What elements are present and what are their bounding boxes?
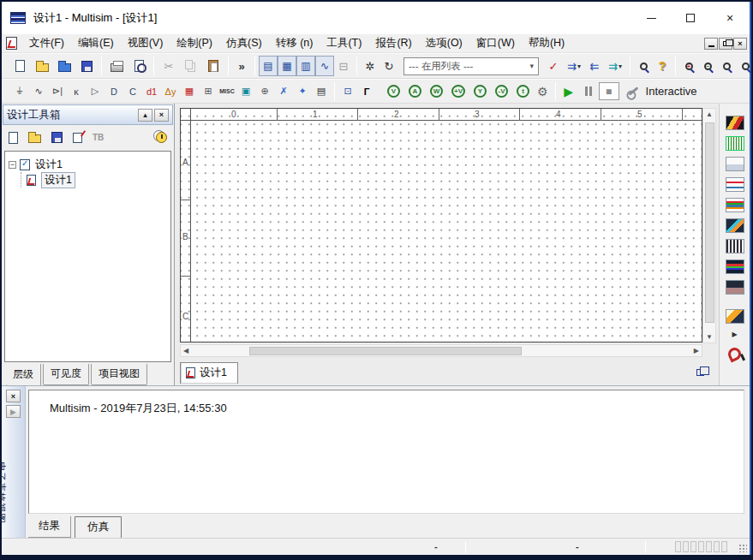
design-checkbox-icon[interactable]: ✓ bbox=[20, 159, 30, 170]
cmos-group-icon[interactable]: C bbox=[123, 83, 142, 100]
tab-simulation[interactable]: 仿真 bbox=[75, 516, 122, 539]
zoom-out-button[interactable]: − bbox=[698, 56, 717, 76]
tb-disabled-button[interactable]: TB bbox=[93, 133, 104, 142]
in-use-list-dropdown[interactable]: --- 在用列表 --- ▾ bbox=[403, 57, 539, 75]
new-button[interactable] bbox=[9, 56, 31, 76]
erc-check-button[interactable]: ✓ bbox=[544, 56, 563, 76]
tree-child-row[interactable]: 设计1 bbox=[21, 172, 167, 188]
paste-button[interactable] bbox=[202, 56, 224, 76]
find-button[interactable] bbox=[634, 56, 653, 76]
place-hierarchical-block-button[interactable]: ⊡ bbox=[338, 83, 357, 100]
current-probe-icon[interactable]: A bbox=[409, 85, 421, 98]
panel-collapse-button[interactable]: ▴ bbox=[138, 109, 152, 122]
toolbar-overflow-button[interactable]: » bbox=[232, 56, 251, 76]
menu-tools[interactable]: 工具(T) bbox=[320, 34, 368, 52]
diode-group-icon[interactable]: ⊳| bbox=[48, 83, 67, 100]
copy-button[interactable] bbox=[180, 56, 202, 76]
resize-grip[interactable] bbox=[738, 544, 747, 552]
menu-reports[interactable]: 报告(R) bbox=[368, 34, 418, 52]
bode-plotter-icon[interactable] bbox=[726, 218, 744, 233]
word-generator-icon[interactable] bbox=[726, 239, 744, 253]
tree-root-row[interactable]: − ✓ 设计1 bbox=[9, 157, 167, 172]
logic-converter-icon[interactable] bbox=[726, 280, 744, 295]
schematic-viewport[interactable]: 012345 ABC ▲ ▼ ◀ ▶ bbox=[175, 104, 719, 360]
menu-simulate[interactable]: 仿真(S) bbox=[219, 34, 269, 52]
advanced-peripherals-group-icon[interactable]: ▣ bbox=[236, 83, 255, 100]
toggle-spice-netlist-button[interactable]: ▥ bbox=[296, 56, 315, 76]
vertical-scroll-thumb[interactable] bbox=[705, 122, 714, 323]
print-preview-button[interactable] bbox=[128, 56, 150, 76]
close-button[interactable]: × bbox=[710, 2, 750, 34]
basic-group-icon[interactable]: ∿ bbox=[29, 83, 48, 100]
new-schematic-button[interactable] bbox=[9, 132, 18, 144]
help-button[interactable]: ? bbox=[653, 56, 672, 76]
print-button[interactable] bbox=[105, 56, 128, 76]
function-generator-icon[interactable] bbox=[726, 136, 744, 151]
tab-results[interactable]: 结果 bbox=[28, 516, 71, 538]
digital-group-icon[interactable]: d1 bbox=[142, 83, 161, 100]
scroll-up-icon[interactable]: ▲ bbox=[703, 110, 715, 118]
vertical-scrollbar[interactable]: ▲ ▼ bbox=[702, 108, 716, 343]
database-manager-button[interactable]: ↻ bbox=[379, 56, 398, 76]
spreadsheet-close-button[interactable]: × bbox=[6, 390, 21, 402]
tree-child-label[interactable]: 设计1 bbox=[41, 172, 75, 188]
probe-settings-button[interactable]: ⚙ bbox=[537, 85, 548, 98]
menu-transfer[interactable]: 转移 (n) bbox=[269, 34, 320, 52]
electromechanical-group-icon[interactable]: ✗ bbox=[274, 83, 293, 100]
schematic-sheet[interactable]: 012345 ABC bbox=[180, 108, 702, 343]
transistor-group-icon[interactable]: ĸ bbox=[67, 83, 86, 100]
snapshot-clock-button[interactable] bbox=[156, 132, 167, 143]
mdi-close-button[interactable]: × bbox=[733, 38, 747, 50]
open-button[interactable] bbox=[31, 56, 53, 76]
ttl-group-icon[interactable]: D bbox=[105, 83, 123, 100]
toggle-design-toolbox-button[interactable]: ▤ bbox=[259, 56, 278, 76]
power-group-icon[interactable]: ⊞ bbox=[199, 83, 218, 100]
tab-project-view[interactable]: 项目视图 bbox=[91, 364, 147, 385]
current-clamp-icon[interactable] bbox=[726, 346, 744, 363]
sheet-tab-design1[interactable]: 设计1 bbox=[180, 362, 238, 384]
menu-place[interactable]: 绘制(P) bbox=[170, 34, 219, 52]
rf-group-icon[interactable]: ⊕ bbox=[255, 83, 274, 100]
pause-simulation-button[interactable] bbox=[585, 86, 592, 96]
mdi-minimize-button[interactable] bbox=[704, 38, 718, 50]
forward-annotate-button[interactable]: ⇉▾ bbox=[604, 56, 626, 76]
toggle-spreadsheet-button[interactable]: ▦ bbox=[278, 56, 296, 76]
cut-button[interactable]: ✂ bbox=[158, 56, 180, 76]
stop-simulation-button[interactable]: ■ bbox=[599, 82, 619, 100]
simulation-mode-label[interactable]: Interactive bbox=[646, 85, 697, 98]
digital-clock-probe-icon[interactable]: t bbox=[517, 85, 529, 98]
menu-file[interactable]: 文件(F) bbox=[22, 34, 71, 52]
ni-elvis-icon[interactable] bbox=[726, 309, 744, 324]
open-design-button[interactable] bbox=[53, 56, 75, 76]
menu-help[interactable]: 帮助(H) bbox=[522, 34, 571, 52]
wattmeter-icon[interactable] bbox=[726, 157, 744, 171]
scroll-left-icon[interactable]: ◀ bbox=[183, 347, 188, 354]
menu-edit[interactable]: 编辑(E) bbox=[71, 34, 121, 52]
mixed-group-icon[interactable]: Δy bbox=[161, 83, 180, 100]
mdi-restore-button[interactable] bbox=[719, 38, 732, 50]
horizontal-scroll-thumb[interactable] bbox=[249, 347, 522, 355]
hierarchy-button[interactable]: ⊟ bbox=[334, 56, 353, 76]
zoom-in-button[interactable]: + bbox=[679, 56, 698, 76]
voltage-current-probe-icon[interactable]: Y bbox=[474, 85, 487, 98]
scroll-right-icon[interactable]: ▶ bbox=[694, 347, 699, 354]
more-instruments-button[interactable]: ▶ bbox=[732, 331, 737, 338]
indicator-group-icon[interactable]: ▦ bbox=[180, 83, 199, 100]
save-button[interactable] bbox=[75, 56, 98, 76]
multimeter-icon[interactable] bbox=[726, 116, 744, 130]
tree-root-label[interactable]: 设计1 bbox=[35, 158, 63, 172]
panel-close-button[interactable]: × bbox=[154, 109, 169, 122]
voltage-probe-icon[interactable]: V bbox=[387, 85, 400, 98]
misc-group-icon[interactable]: MISC bbox=[218, 83, 236, 100]
menu-view[interactable]: 视图(V) bbox=[121, 34, 170, 52]
reference-voltage-probe-icon[interactable]: -V bbox=[495, 85, 508, 98]
tab-visibility[interactable]: 可见度 bbox=[43, 364, 89, 385]
export-to-layout-button[interactable]: ⇉▾ bbox=[563, 56, 585, 76]
logic-analyzer-icon[interactable] bbox=[726, 259, 744, 274]
spreadsheet-expand-button[interactable]: ▶ bbox=[6, 405, 21, 418]
analog-group-icon[interactable]: ▷ bbox=[86, 83, 105, 100]
tab-hierarchy[interactable]: 层级 bbox=[6, 364, 41, 386]
minimize-button[interactable] bbox=[631, 2, 671, 34]
show-all-sheets-button[interactable] bbox=[691, 364, 708, 381]
save-schematic-button[interactable] bbox=[51, 132, 63, 143]
